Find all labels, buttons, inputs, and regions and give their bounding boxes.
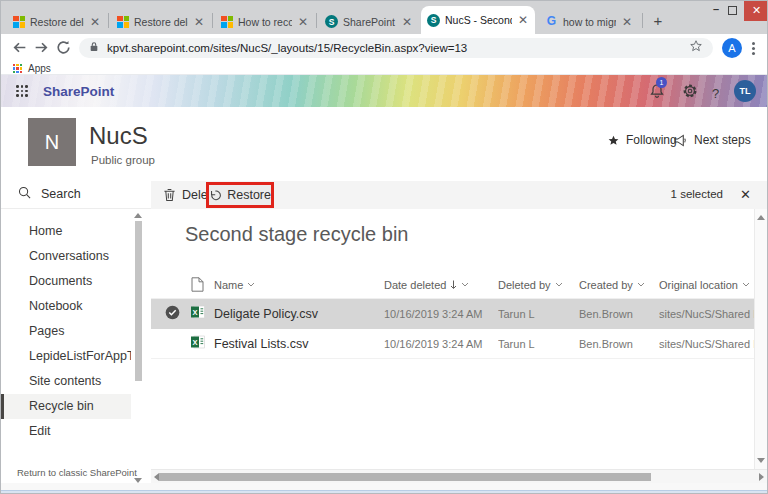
url-bar: kpvt.sharepoint.com/sites/NucS/_layouts/… — [1, 34, 768, 62]
site-header: N NucS Public group Following Next steps — [1, 107, 768, 179]
original-location: sites/NucS/Shared Docum — [659, 308, 754, 320]
restore-label: Restore — [227, 188, 271, 202]
microsoft-favicon-icon — [221, 16, 233, 28]
chevron-down-icon — [637, 282, 645, 287]
chevron-down-icon — [461, 282, 469, 287]
lock-icon — [89, 39, 99, 57]
sharepoint-favicon-icon — [325, 15, 338, 28]
site-logo[interactable]: N — [28, 118, 76, 166]
restore-button-highlighted[interactable]: Restore — [206, 182, 274, 208]
tab-close-icon[interactable]: ✕ — [517, 15, 529, 25]
forward-icon[interactable] — [33, 39, 51, 57]
column-label: Deleted by — [498, 279, 551, 291]
scrollbar-thumb[interactable] — [135, 221, 142, 381]
row-selected-check-icon[interactable] — [165, 305, 191, 324]
excel-file-icon: X — [191, 305, 214, 323]
minimize-button[interactable] — [707, 3, 725, 19]
tab-close-icon[interactable]: ✕ — [621, 17, 633, 27]
column-header-date-deleted[interactable]: Date deleted — [384, 279, 498, 291]
sidebar-scrollbar[interactable] — [134, 215, 143, 483]
star-filled-icon — [607, 134, 620, 147]
tab-close-icon[interactable]: ✕ — [193, 17, 205, 27]
date-deleted: 10/16/2019 3:24 AM — [384, 338, 498, 350]
sidebar-item-lepidelist[interactable]: LepideListForAppTe... — [1, 344, 131, 369]
column-header-original-location[interactable]: Original location — [659, 279, 754, 291]
close-window-button[interactable] — [744, 1, 768, 21]
tab-close-icon[interactable]: ✕ — [89, 17, 101, 27]
tab-separator — [212, 13, 213, 28]
vertical-scrollbar[interactable] — [754, 209, 767, 483]
file-name[interactable]: Festival Lists.csv — [214, 337, 384, 351]
site-title[interactable]: NucS — [89, 122, 148, 150]
account-avatar[interactable]: TL — [734, 80, 756, 102]
column-header-created-by[interactable]: Created by — [579, 279, 659, 291]
tab-close-icon[interactable]: ✕ — [297, 17, 309, 27]
notification-badge: 1 — [656, 77, 667, 88]
main-content: Second stage recycle bin Name Date delet… — [151, 209, 768, 469]
clear-selection-icon[interactable] — [740, 187, 751, 202]
window-bottom-edge — [1, 490, 768, 494]
suite-bar: SharePoint ? — [1, 75, 768, 107]
horizontal-scrollbar[interactable] — [151, 469, 767, 483]
scroll-up-icon[interactable] — [134, 213, 142, 218]
return-to-classic-link[interactable]: Return to classic SharePoint — [17, 467, 137, 478]
sidebar-item-site-contents[interactable]: Site contents — [1, 369, 131, 394]
file-name[interactable]: Deligate Policy.csv — [214, 307, 384, 321]
browser-window: Restore deleted s ✕ Restore deleted it ✕… — [0, 0, 768, 494]
bookmark-star-icon[interactable] — [689, 39, 703, 57]
next-steps-button[interactable]: Next steps — [673, 133, 751, 147]
scroll-up-icon[interactable] — [757, 215, 765, 220]
tab-restore-deleted-1[interactable]: Restore deleted s ✕ — [7, 9, 107, 34]
browser-profile-avatar[interactable]: A — [722, 38, 742, 58]
new-tab-button[interactable] — [647, 10, 669, 32]
restore-undo-icon — [209, 189, 222, 202]
svg-text:X: X — [192, 308, 197, 317]
sidebar-item-recycle-bin[interactable]: Recycle bin — [1, 394, 131, 419]
search-placeholder: Search — [41, 187, 81, 201]
file-type-column-icon[interactable] — [191, 277, 214, 292]
recycle-bin-table: Name Date deleted Deleted by Created by — [151, 271, 754, 359]
following-button[interactable]: Following — [607, 133, 677, 147]
sidebar-item-edit[interactable]: Edit — [1, 419, 131, 444]
sidebar-item-notebook[interactable]: Notebook — [1, 294, 131, 319]
document-icon — [191, 277, 204, 292]
tab-sharepoint-admin[interactable]: SharePoint admin ✕ — [319, 9, 419, 34]
sort-descending-icon — [450, 280, 457, 290]
table-row[interactable]: X Deligate Policy.csv 10/16/2019 3:24 AM… — [151, 299, 754, 329]
address-input[interactable]: kpvt.sharepoint.com/sites/NucS/_layouts/… — [79, 38, 713, 58]
tab-title: Restore deleted it — [134, 16, 188, 28]
sharepoint-brand[interactable]: SharePoint — [43, 84, 114, 99]
selection-status: 1 selected — [671, 188, 723, 200]
column-header-deleted-by[interactable]: Deleted by — [498, 279, 579, 291]
browser-menu-icon[interactable] — [752, 42, 755, 45]
table-row[interactable]: X Festival Lists.csv 10/16/2019 3:24 AM … — [151, 329, 754, 359]
tab-how-to-migrate[interactable]: how to migrate s ✕ — [539, 9, 639, 34]
scroll-right-icon[interactable] — [759, 473, 764, 481]
table-header-row: Name Date deleted Deleted by Created by — [151, 271, 754, 299]
column-header-name[interactable]: Name — [214, 279, 384, 291]
sidebar-item-documents[interactable]: Documents — [1, 269, 131, 294]
scrollbar-thumb[interactable] — [159, 473, 651, 481]
scroll-down-icon[interactable] — [757, 458, 765, 463]
back-icon[interactable] — [11, 39, 29, 57]
trash-icon — [163, 188, 176, 202]
chevron-down-icon — [247, 282, 255, 287]
reload-icon[interactable] — [55, 39, 73, 57]
tab-nucs-active[interactable]: NucS - Second st ✕ — [421, 6, 535, 34]
apps-label[interactable]: Apps — [28, 63, 51, 74]
settings-gear-icon[interactable] — [682, 83, 698, 103]
microsoft-favicon-icon — [117, 16, 129, 28]
sidebar-item-home[interactable]: Home — [1, 219, 131, 244]
help-icon[interactable]: ? — [712, 86, 719, 101]
search-input[interactable]: Search — [1, 179, 151, 209]
maximize-button[interactable] — [728, 6, 737, 15]
sidebar-item-pages[interactable]: Pages — [1, 319, 131, 344]
tab-restore-deleted-2[interactable]: Restore deleted it ✕ — [111, 9, 211, 34]
sidebar-item-conversations[interactable]: Conversations — [1, 244, 131, 269]
app-launcher-waffle-icon[interactable] — [16, 85, 28, 97]
google-favicon-icon — [545, 15, 558, 28]
apps-grid-icon[interactable] — [13, 64, 22, 73]
next-steps-label: Next steps — [694, 133, 751, 147]
tab-close-icon[interactable]: ✕ — [401, 17, 413, 27]
tab-how-to-recover[interactable]: How to recover m ✕ — [215, 9, 315, 34]
